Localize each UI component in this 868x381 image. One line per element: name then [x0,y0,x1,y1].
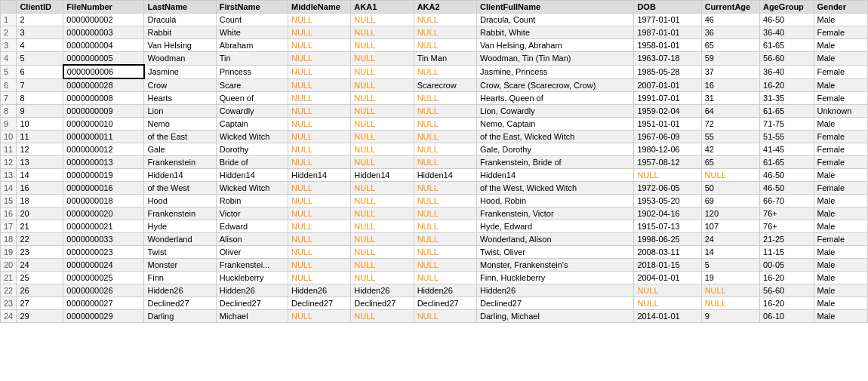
cell-middlename: Hidden26 [288,284,350,297]
cell-gender: Unknown [814,105,868,118]
table-row[interactable]: 21250000000025FinnHuckleberryNULLNULLNUL… [1,272,868,284]
cell-aka2: NULL [414,182,476,195]
cell-firstname: Hidden26 [216,284,288,297]
cell-clientfullname: Frankenstein, Victor [477,207,634,220]
col-header-clientid: ClientID [17,1,63,14]
cell-currentage: 24 [701,233,759,246]
cell-currentage: NULL [701,284,759,297]
cell-clientid: 20 [17,207,63,220]
table-row[interactable]: 15180000000018HoodRobinNULLNULLNULLHood,… [1,195,868,207]
cell-aka2: NULL [414,233,476,246]
cell-currentage: 16 [701,78,759,92]
cell-dob: 1977-01-01 [634,14,701,26]
cell-filenumber: 0000000005 [63,52,144,66]
cell-firstname: Cowardly [216,105,288,118]
cell-aka1: NULL [351,259,414,272]
cell-dob: 2018-01-15 [634,259,701,272]
cell-currentage: 19 [701,272,759,284]
cell-agegroup: 11-15 [760,246,814,259]
table-row[interactable]: 11120000000012GaleDorothyNULLNULLNULLGal… [1,143,868,156]
table-body: 120000000002DraculaCountNULLNULLNULLDrac… [1,14,868,323]
cell-filenumber: 0000000013 [63,156,144,169]
cell-gender: Female [814,65,868,78]
cell-agegroup: 61-65 [760,105,814,118]
cell-gender: Male [814,195,868,207]
cell-dob: 1953-05-20 [634,195,701,207]
table-row[interactable]: 9100000000010NemoCaptainNULLNULLNULLNemo… [1,118,868,131]
cell-clientfullname: Crow, Scare (Scarecrow, Crow) [477,78,634,92]
cell-dob: 2004-01-01 [634,272,701,284]
cell-middlename: NULL [288,195,350,207]
cell-clientid: 11 [17,131,63,143]
cell-lastname: Hidden14 [144,169,216,182]
cell-gender: Male [814,246,868,259]
cell-gender: Male [814,220,868,233]
table-row[interactable]: 340000000004Van HelsingAbrahamNULLNULLNU… [1,39,868,52]
cell-aka2: NULL [414,220,476,233]
cell-rownum: 5 [1,65,17,78]
cell-clientid: 23 [17,246,63,259]
cell-aka2: NULL [414,92,476,105]
cell-aka2: Tin Man [414,52,476,66]
table-row[interactable]: 12130000000013FrankensteinBride ofNULLNU… [1,156,868,169]
table-row[interactable]: 24290000000029DarlingMichaelNULLNULLNULL… [1,310,868,323]
table-row[interactable]: 20240000000024MonsterFrankenstei...NULLN… [1,259,868,272]
cell-rownum: 18 [1,233,17,246]
table-row[interactable]: 22260000000026Hidden26Hidden26Hidden26Hi… [1,284,868,297]
cell-aka2: NULL [414,272,476,284]
cell-agegroup: 16-20 [760,297,814,310]
cell-middlename: NULL [288,143,350,156]
cell-firstname: Count [216,14,288,26]
cell-clientfullname: of the East, Wicked Witch [477,131,634,143]
cell-currentage: 14 [701,246,759,259]
cell-rownum: 24 [1,310,17,323]
cell-clientfullname: Van Helsing, Abraham [477,39,634,52]
cell-agegroup: 46-50 [760,182,814,195]
col-header-aka1: AKA1 [351,1,414,14]
cell-aka1: NULL [351,143,414,156]
table-row[interactable]: 13140000000019Hidden14Hidden14Hidden14Hi… [1,169,868,182]
col-header-clientfullname: ClientFullName [477,1,634,14]
cell-firstname: Frankenstei... [216,259,288,272]
cell-middlename: NULL [288,14,350,26]
cell-agegroup: 31-35 [760,92,814,105]
cell-currentage: 42 [701,143,759,156]
cell-aka1: NULL [351,156,414,169]
cell-clientfullname: of the West, Wicked Witch [477,182,634,195]
table-row[interactable]: 18220000000033WonderlandAlisonNULLNULLNU… [1,233,868,246]
table-row[interactable]: 10110000000011of the EastWicked WitchNUL… [1,131,868,143]
cell-dob: 1963-07-18 [634,52,701,66]
table-row[interactable]: 16200000000020FrankensteinVictorNULLNULL… [1,207,868,220]
cell-filenumber: 0000000028 [63,78,144,92]
cell-clientid: 6 [17,65,63,78]
table-row[interactable]: 890000000009LionCowardlyNULLNULLNULLLion… [1,105,868,118]
cell-lastname: Wonderland [144,233,216,246]
table-row[interactable]: 17210000000021HydeEdwardNULLNULLNULLHyde… [1,220,868,233]
cell-firstname: Tin [216,52,288,66]
cell-clientid: 5 [17,52,63,66]
cell-aka2: NULL [414,143,476,156]
cell-agegroup: 00-05 [760,259,814,272]
cell-middlename: NULL [288,105,350,118]
cell-firstname: Bride of [216,156,288,169]
table-row[interactable]: 670000000028CrowScareNULLNULLScarecrowCr… [1,78,868,92]
cell-aka2: NULL [414,65,476,78]
cell-middlename: NULL [288,52,350,66]
table-row[interactable]: 560000000006JasminePrincessNULLNULLNULLJ… [1,65,868,78]
cell-aka2: Declined27 [414,297,476,310]
cell-firstname: Victor [216,207,288,220]
table-row[interactable]: 780000000008HeartsQueen ofNULLNULLNULLHe… [1,92,868,105]
cell-dob: 1951-01-01 [634,118,701,131]
table-row[interactable]: 19230000000023TwistOliverNULLNULLNULLTwi… [1,246,868,259]
cell-aka2: Scarecrow [414,78,476,92]
table-row[interactable]: 23270000000027Declined27Declined27Declin… [1,297,868,310]
table-row[interactable]: 230000000003RabbitWhiteNULLNULLNULLRabbi… [1,26,868,39]
table-row[interactable]: 120000000002DraculaCountNULLNULLNULLDrac… [1,14,868,26]
cell-gender: Male [814,39,868,52]
cell-lastname: Finn [144,272,216,284]
table-row[interactable]: 450000000005WoodmanTinNULLNULLTin ManWoo… [1,52,868,66]
cell-aka1: NULL [351,52,414,66]
table-row[interactable]: 14160000000016of the WestWicked WitchNUL… [1,182,868,195]
cell-aka1: NULL [351,92,414,105]
cell-aka1: NULL [351,220,414,233]
